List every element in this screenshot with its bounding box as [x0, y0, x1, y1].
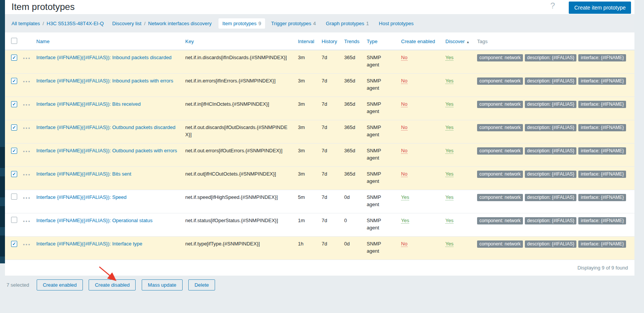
breadcrumb-all-templates[interactable]: All templates [11, 21, 40, 26]
list-footer: Displaying 9 of 9 found [5, 260, 634, 276]
item-type: SNMP agent [364, 144, 398, 166]
row-checkbox[interactable]: ✓ [11, 148, 17, 154]
create-enabled-toggle[interactable]: No [401, 78, 408, 84]
item-tags: component: networkdescription: {#IFALIAS… [474, 213, 634, 236]
item-key: net.if.in.discards[ifInDiscards.{#SNMPIN… [185, 50, 295, 73]
row-checkbox[interactable]: ✓ [11, 241, 17, 247]
item-history: 7d [319, 144, 341, 166]
row-checkbox[interactable]: ✓ [11, 101, 17, 107]
create-enabled-toggle[interactable]: No [401, 241, 408, 247]
context-menu-button[interactable]: ●●● [23, 126, 31, 130]
tag-badge: description: {#IFALIAS} [525, 77, 576, 85]
row-checkbox[interactable] [11, 217, 17, 223]
item-name-link[interactable]: Interface {#IFNAME}({#IFALIAS}): Inbound… [36, 78, 173, 84]
context-menu-button[interactable]: ●●● [23, 103, 31, 106]
tag-badge: component: network [477, 101, 523, 108]
context-menu-button[interactable]: ●●● [23, 173, 31, 176]
tab-graph-prototypes[interactable]: Graph prototypes1 [322, 18, 373, 29]
table-row: ✓ ●●● Interface {#IFNAME}({#IFALIAS}): B… [5, 166, 634, 190]
create-enabled-button[interactable]: Create enabled [37, 279, 83, 290]
breadcrumb-discovery-rule[interactable]: Network interfaces discovery [148, 21, 212, 26]
delete-button[interactable]: Delete [188, 279, 215, 290]
discover-toggle[interactable]: Yes [445, 171, 453, 177]
row-checkbox[interactable]: ✓ [11, 78, 17, 84]
item-trends: 365d [341, 167, 364, 190]
column-header-history[interactable]: History [322, 39, 337, 44]
column-header-tags: Tags [477, 39, 487, 44]
mass-update-button[interactable]: Mass update [142, 279, 182, 290]
item-name-link[interactable]: Interface {#IFNAME}({#IFALIAS}): Bits re… [36, 101, 141, 107]
item-trends: 365d [341, 74, 364, 97]
discover-toggle[interactable]: Yes [445, 148, 453, 154]
tag-badge: description: {#IFALIAS} [525, 194, 576, 201]
item-tags: component: networkdescription: {#IFALIAS… [474, 190, 634, 213]
create-item-prototype-button[interactable]: Create item prototype [569, 2, 631, 14]
tab-trigger-prototypes[interactable]: Trigger prototypes4 [267, 18, 320, 29]
item-key: net.if.type[ifType.{#SNMPINDEX}] [185, 237, 295, 260]
context-menu-button[interactable]: ●●● [23, 150, 31, 153]
create-enabled-toggle[interactable]: No [401, 101, 408, 107]
discover-toggle[interactable]: Yes [445, 55, 453, 61]
column-header-key[interactable]: Key [185, 39, 194, 44]
table-row: ✓ ●●● Interface {#IFNAME}({#IFALIAS}): O… [5, 120, 634, 143]
create-enabled-toggle[interactable]: No [401, 171, 408, 177]
column-header-create-enabled[interactable]: Create enabled [401, 39, 435, 44]
context-menu-button[interactable]: ●●● [23, 196, 31, 200]
create-disabled-button[interactable]: Create disabled [89, 279, 136, 290]
item-key: net.if.out[ifHCOutOctets.{#SNMPINDEX}] [185, 167, 295, 190]
tag-badge: component: network [477, 77, 523, 85]
item-interval: 3m [295, 144, 319, 166]
collapsed-sidebar[interactable] [0, 0, 5, 263]
create-enabled-toggle[interactable]: Yes [401, 218, 409, 224]
discover-toggle[interactable]: Yes [445, 124, 453, 131]
item-interval: 1m [295, 213, 319, 236]
discover-toggle[interactable]: Yes [445, 218, 453, 224]
context-menu-button[interactable]: ●●● [23, 80, 31, 83]
item-key: net.if.speed[ifHighSpeed.{#SNMPINDEX}] [185, 190, 295, 213]
tag-badge: description: {#IFALIAS} [525, 147, 576, 155]
table-row: ✓ ●●● Interface {#IFNAME}({#IFALIAS}): O… [5, 143, 634, 166]
tab-label: Item prototypes [222, 21, 257, 26]
create-enabled-toggle[interactable]: No [401, 124, 408, 131]
item-name-link[interactable]: Interface {#IFNAME}({#IFALIAS}): Bits se… [36, 171, 131, 177]
breadcrumb-discovery-list[interactable]: Discovery list [112, 21, 142, 26]
discover-toggle[interactable]: Yes [445, 101, 453, 107]
tag-badge: interface: {#IFNAME} [578, 217, 626, 224]
create-enabled-toggle[interactable]: Yes [401, 194, 409, 200]
discover-toggle[interactable]: Yes [445, 241, 453, 247]
item-trends: 0 [341, 213, 364, 236]
select-all-checkbox[interactable] [11, 38, 17, 44]
row-checkbox[interactable]: ✓ [11, 171, 17, 177]
column-header-trends[interactable]: Trends [344, 39, 359, 44]
row-checkbox[interactable]: ✓ [11, 55, 17, 61]
item-name-link[interactable]: Interface {#IFNAME}({#IFALIAS}): Inbound… [36, 55, 172, 60]
item-name-link[interactable]: Interface {#IFNAME}({#IFALIAS}): Operati… [36, 218, 152, 223]
breadcrumb-template[interactable]: H3C S5135S-48T4X-EI-Q [47, 21, 104, 26]
row-checkbox[interactable] [11, 194, 17, 200]
tag-badge: description: {#IFALIAS} [525, 171, 576, 178]
item-name-link[interactable]: Interface {#IFNAME}({#IFALIAS}): Outboun… [36, 124, 175, 130]
row-checkbox[interactable]: ✓ [11, 124, 17, 131]
context-menu-button[interactable]: ●●● [23, 219, 31, 223]
discover-toggle[interactable]: Yes [445, 194, 453, 200]
tag-badge: component: network [477, 124, 523, 131]
context-menu-button[interactable]: ●●● [23, 243, 31, 246]
column-header-discover[interactable]: Discover [445, 39, 465, 44]
create-enabled-toggle[interactable]: No [401, 55, 408, 61]
context-menu-button[interactable]: ●●● [23, 56, 31, 60]
tab-label: Host prototypes [379, 21, 414, 26]
item-name-link[interactable]: Interface {#IFNAME}({#IFALIAS}): Outboun… [36, 148, 177, 153]
tab-host-prototypes[interactable]: Host prototypes [375, 18, 419, 29]
content-panel: Item prototypes ? Create item prototype … [5, 0, 634, 276]
tab-item-prototypes[interactable]: Item prototypes9 [218, 18, 265, 29]
tag-badge: component: network [477, 240, 523, 248]
item-name-link[interactable]: Interface {#IFNAME}({#IFALIAS}): Speed [36, 194, 126, 200]
column-header-type[interactable]: Type [367, 39, 377, 44]
mass-action-bar: 7 selected Create enabled Create disable… [5, 274, 634, 290]
column-header-interval[interactable]: Interval [298, 39, 314, 44]
help-icon[interactable]: ? [550, 1, 555, 11]
item-name-link[interactable]: Interface {#IFNAME}({#IFALIAS}): Interfa… [36, 241, 142, 247]
discover-toggle[interactable]: Yes [445, 78, 453, 84]
create-enabled-toggle[interactable]: No [401, 148, 408, 154]
column-header-name[interactable]: Name [36, 39, 50, 44]
